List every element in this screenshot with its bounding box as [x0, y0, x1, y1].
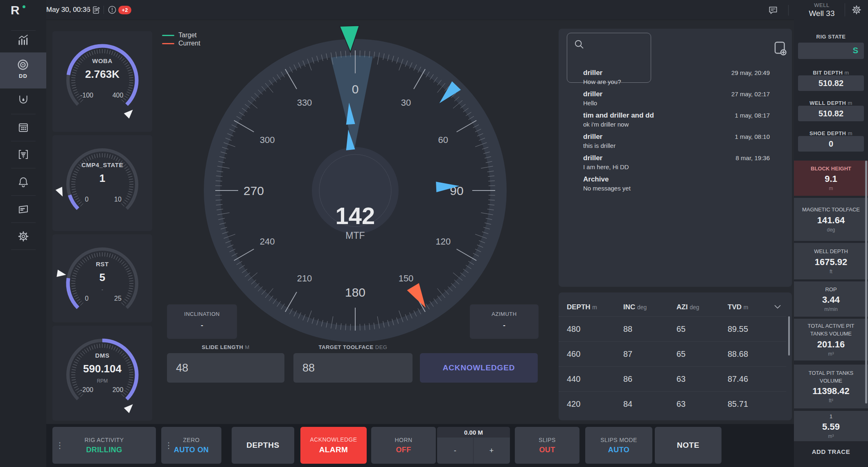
table-row[interactable]: 440 86 63 87.46	[559, 366, 786, 392]
label-unit: m	[848, 130, 852, 136]
rig-state-value[interactable]: S	[798, 43, 864, 59]
bit-depth-label: BIT DEPTH m	[794, 70, 868, 76]
bell-icon	[17, 176, 29, 188]
total-pit-volume-tile[interactable]: TOTAL PIT TANKS VOLUME 11398.42 ft³	[794, 365, 868, 408]
column-header-azi[interactable]: AZI deg	[676, 303, 699, 311]
gauge-min: 0	[76, 295, 97, 302]
gauge-card-dms[interactable]: DMS 590.104 RPM -200 200	[52, 326, 152, 421]
acknowledged-button[interactable]: ACKNOWLEDGED	[420, 353, 538, 383]
slips-button[interactable]: SLIPS OUT	[515, 427, 579, 464]
sidebar-item-settings[interactable]	[0, 230, 46, 243]
tile-label: 1	[830, 413, 832, 421]
alert-icon[interactable]	[108, 5, 117, 14]
block-height-unit: m	[829, 186, 833, 191]
tile-label: ROP	[825, 286, 836, 294]
message-list-item-archive[interactable]: Archive No messages yet	[583, 175, 784, 197]
tile-value: 1675.92	[815, 257, 848, 268]
horn-button[interactable]: HORN OFF	[371, 427, 436, 464]
chevron-down-icon[interactable]	[772, 302, 783, 312]
column-header-inc[interactable]: INC deg	[623, 303, 647, 311]
sidebar-item-alarms[interactable]	[0, 176, 46, 188]
tile-value: AUTO ON	[174, 446, 209, 454]
message-preview: ok i'm driller now	[583, 121, 784, 128]
block-height-tile[interactable]: BLOCK HEIGHT 9.1 m	[794, 161, 868, 196]
settings-gear-icon[interactable]	[851, 5, 862, 15]
active-pit-volume-tile[interactable]: TOTAL ACTIVE PIT TANKS VOLUME 201.16 m³	[794, 319, 868, 360]
stepper-minus-button[interactable]: -	[437, 438, 473, 464]
message-list-item[interactable]: driller Hello 27 may, 02:17	[583, 90, 784, 111]
depths-button[interactable]: DEPTHS	[232, 427, 294, 464]
chat-icon[interactable]	[768, 5, 778, 16]
kebab-menu-icon[interactable]: ⋮	[165, 440, 173, 450]
rop-tile[interactable]: ROP 3.44 m/min	[794, 281, 868, 317]
sidebar-item-dd[interactable]: DD	[0, 52, 46, 88]
note-button[interactable]: NOTE	[655, 427, 721, 464]
slips-mode-button[interactable]: SLIPS MODE AUTO	[585, 427, 652, 464]
app-logo[interactable]: R	[11, 3, 20, 17]
gauge-title: WOBA	[52, 57, 152, 64]
edit-note-icon[interactable]	[91, 5, 101, 15]
magnetic-toolface-tile[interactable]: MAGNETIC TOOLFACE 141.64 deg	[794, 198, 868, 241]
well-depth-label: WELL DEPTH m	[794, 100, 868, 106]
bit-depth-value[interactable]: 510.82	[798, 75, 864, 91]
message-list-item[interactable]: driller How are you? 29 may, 20:49	[583, 69, 784, 90]
new-chat-icon[interactable]	[773, 40, 787, 57]
shoe-depth-value[interactable]: 0	[798, 136, 864, 152]
table-row[interactable]: 420 84 63 85.71	[559, 391, 786, 417]
divider	[11, 168, 36, 168]
cell-inc: 88	[623, 317, 632, 342]
gauge-card-rst[interactable]: RST 5 - 0 25	[52, 234, 152, 322]
panel-scrollbar[interactable]	[865, 161, 867, 404]
well-depth-ft-tile[interactable]: WELL DEPTH 1675.92 ft	[794, 243, 868, 279]
cell-azi: 65	[676, 317, 685, 342]
sidebar-item-calendar[interactable]	[0, 121, 46, 134]
message-time: 29 may, 20:49	[731, 69, 770, 76]
tile-title: HORN	[395, 437, 413, 443]
tile-unit: m³	[828, 351, 834, 357]
compass-tick-label: 240	[260, 236, 275, 247]
top-bar-content: May 30, 00:36 +2 WELL Well 33	[46, 0, 868, 20]
table-scrollbar[interactable]	[788, 316, 790, 356]
trace-1-tile[interactable]: 1 5.59 m³	[794, 411, 868, 441]
tile-value: 5.59	[822, 422, 840, 432]
note-lines-icon	[17, 203, 29, 215]
sidebar-item-analytics[interactable]	[0, 34, 46, 46]
compass-tick-label: 300	[260, 135, 275, 145]
gauge-card-cmp4-state[interactable]: CMP4_STATE 1 0 10	[52, 135, 152, 231]
cell-depth: 460	[567, 342, 580, 367]
message-list-item[interactable]: driller I am here, Hi DD 8 mar, 19:36	[583, 154, 784, 175]
label-unit: m	[848, 100, 852, 106]
table-row[interactable]: 480 88 65 89.55	[559, 316, 786, 342]
well-depth-value[interactable]: 510.82	[798, 106, 864, 121]
label-unit: DEG	[375, 344, 388, 350]
alerts-count-badge[interactable]: +2	[118, 6, 131, 14]
inclination-value: -	[167, 321, 237, 329]
target-toolface-input[interactable]	[293, 353, 413, 383]
column-header-tvd[interactable]: TVD m	[728, 303, 748, 311]
slide-length-input[interactable]	[167, 353, 284, 383]
rig-activity-button[interactable]: ⋮ RIG ACTIVITY DRILLING	[52, 427, 156, 464]
cell-depth: 420	[567, 392, 580, 417]
header-label: AZI	[676, 303, 688, 311]
stepper-plus-button[interactable]: +	[473, 438, 510, 464]
table-row[interactable]: 460 87 65 88.68	[559, 341, 786, 367]
tile-title: SLIPS MODE	[600, 437, 637, 443]
acknowledge-alarm-button[interactable]: ACKNOWLEDGE ALARM	[300, 427, 367, 464]
compass-tick-label: 180	[345, 286, 365, 299]
gauge-min: -200	[76, 386, 97, 394]
sidebar-item-notes[interactable]	[0, 203, 46, 215]
kebab-menu-icon[interactable]: ⋮	[56, 440, 64, 450]
gauge-pointer	[124, 107, 135, 118]
well-selector[interactable]: WELL Well 33	[801, 2, 842, 18]
gauge-card-woba[interactable]: WOBA 2.763K -100 400	[52, 31, 152, 132]
datetime-display: May 30, 00:36	[46, 0, 90, 20]
sidebar-item-filter[interactable]	[0, 148, 46, 161]
message-list-item[interactable]: driller this is driller 1 may, 08:10	[583, 133, 784, 154]
add-trace-button[interactable]: ADD TRACE	[794, 448, 868, 455]
zero-button[interactable]: ⋮ ZERO AUTO ON	[161, 427, 221, 464]
compass-tick-label: 150	[399, 273, 414, 283]
mtf-value: 142	[336, 202, 375, 229]
column-header-depth[interactable]: DEPTH m	[567, 303, 597, 311]
sidebar-item-mud[interactable]	[0, 93, 46, 106]
message-list-item[interactable]: tim and driller and dd ok i'm driller no…	[583, 111, 784, 133]
